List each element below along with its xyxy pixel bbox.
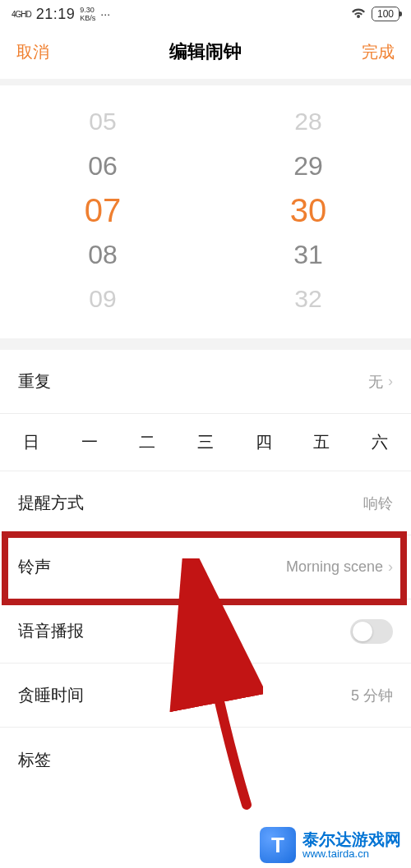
watermark: T 泰尔达游戏网 www.tairda.cn — [250, 822, 411, 868]
done-button[interactable]: 完成 — [362, 41, 395, 63]
weekday-thu[interactable]: 四 — [256, 431, 272, 453]
row-snooze[interactable]: 贪睡时间 5 分钟 — [0, 664, 411, 728]
battery-indicator: 100 — [372, 7, 399, 21]
status-dots: ··· — [100, 7, 110, 21]
watermark-url: www.tairda.cn — [302, 848, 401, 860]
status-time: 21:19 — [36, 6, 76, 23]
page-title: 编辑闹钟 — [169, 39, 242, 64]
hour-option[interactable]: 05 — [89, 103, 116, 140]
status-bar: 4GHD 21:19 9.30KB/s ··· 100 — [0, 0, 411, 28]
row-label: 提醒方式 — [18, 492, 84, 514]
watermark-logo-icon: T — [260, 827, 296, 863]
minute-option[interactable]: 32 — [294, 281, 321, 317]
hour-option[interactable]: 09 — [89, 281, 116, 317]
hour-selected[interactable]: 07 — [85, 192, 122, 228]
row-value: 无 › — [368, 372, 393, 392]
hour-column[interactable]: 05 06 07 08 09 — [21, 103, 185, 317]
wifi-icon — [350, 7, 367, 22]
time-picker[interactable]: 05 06 07 08 09 28 29 30 31 32 — [0, 79, 411, 350]
row-voice[interactable]: 语音播报 — [0, 599, 411, 664]
weekday-wed[interactable]: 三 — [197, 431, 214, 453]
minute-selected[interactable]: 30 — [290, 192, 327, 228]
header: 取消 编辑闹钟 完成 — [0, 28, 411, 79]
minute-option[interactable]: 28 — [294, 103, 321, 140]
row-label: 重复 — [18, 370, 51, 393]
row-value: 响铃 — [363, 494, 393, 513]
voice-toggle[interactable] — [350, 619, 393, 644]
hour-option[interactable]: 08 — [88, 237, 118, 273]
row-remind[interactable]: 提醒方式 响铃 — [0, 471, 411, 535]
weekday-tue[interactable]: 二 — [139, 431, 155, 453]
row-ringtone[interactable]: 铃声 Morning scene › — [0, 535, 411, 599]
weekday-fri[interactable]: 五 — [313, 431, 330, 453]
row-value: 5 分钟 — [351, 686, 393, 705]
signal-indicator: 4GHD — [12, 10, 31, 19]
row-label: 标签 — [18, 749, 51, 771]
chevron-right-icon: › — [388, 558, 393, 576]
net-speed: 9.30KB/s — [80, 6, 95, 22]
minute-column[interactable]: 28 29 30 31 32 — [226, 103, 390, 317]
watermark-title: 泰尔达游戏网 — [302, 830, 401, 848]
row-tag[interactable]: 标签 — [0, 728, 411, 792]
row-repeat[interactable]: 重复 无 › — [0, 350, 411, 414]
weekday-sat[interactable]: 六 — [372, 431, 388, 453]
weekday-mon[interactable]: 一 — [81, 431, 98, 453]
chevron-right-icon: › — [388, 373, 393, 390]
row-value: Morning scene › — [286, 558, 393, 576]
weekday-sun[interactable]: 日 — [23, 431, 39, 453]
row-label: 铃声 — [18, 556, 51, 578]
cancel-button[interactable]: 取消 — [16, 41, 49, 63]
minute-option[interactable]: 31 — [293, 237, 323, 273]
minute-option[interactable]: 29 — [293, 148, 323, 184]
row-label: 贪睡时间 — [18, 684, 84, 706]
settings-list: 重复 无 › 日 一 二 三 四 五 六 提醒方式 响铃 铃声 Morning … — [0, 350, 411, 792]
weekday-row: 日 一 二 三 四 五 六 — [0, 414, 411, 471]
hour-option[interactable]: 06 — [88, 148, 118, 184]
row-label: 语音播报 — [18, 620, 84, 642]
